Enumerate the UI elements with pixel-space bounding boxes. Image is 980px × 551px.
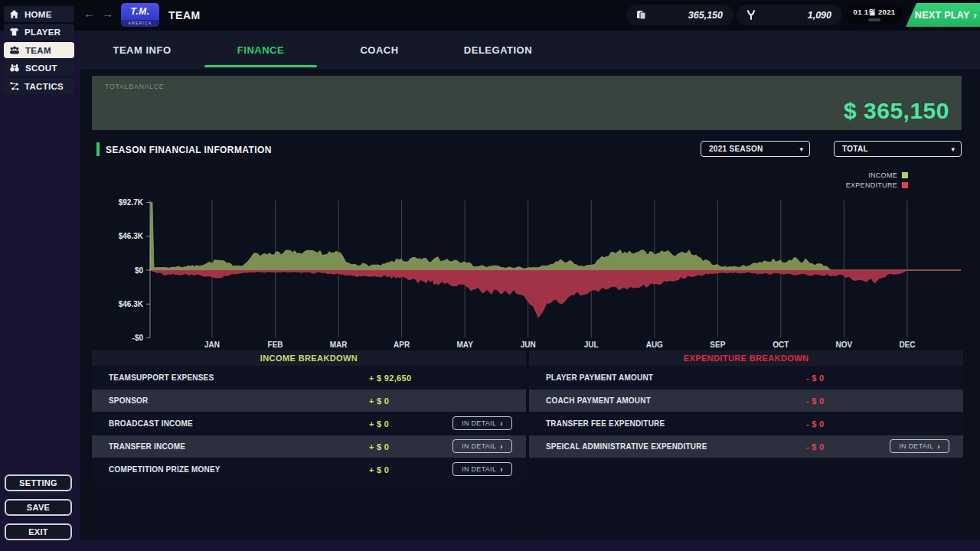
legend-item-expenditure: EXPENDITURE	[846, 181, 908, 189]
team-icon	[9, 45, 20, 55]
sidebar-item-label: TACTICS	[24, 82, 64, 91]
scout-icon	[9, 63, 20, 73]
breakdown-header: INCOME BREAKDOWN	[92, 350, 526, 366]
table-row: SPONSOR+ $ 0	[92, 390, 526, 412]
total-balance-panel: TOTALBANALCE $ 365,150	[92, 76, 962, 130]
season-dropdown[interactable]: 2021 SEASON ▾	[701, 141, 810, 157]
total-balance-value: $ 365,150	[844, 98, 949, 124]
row-label: TEAMSUPPORT EXPENSES	[92, 373, 214, 382]
table-row: PLAYER PAYMENT AMOUNT- $ 0	[529, 367, 963, 389]
sidebar-item-label: SCOUT	[25, 64, 57, 73]
in-detail-button[interactable]: IN DETAIL›	[452, 439, 512, 453]
row-value: + $ 0	[369, 396, 389, 406]
table-row: COACH PAYMENT AMOUNT- $ 0	[529, 390, 963, 412]
game-screen: ← → T.M. AMERICA TEAM 365,150 1,090 01 1…	[0, 0, 980, 551]
table-row: SPEICAL ADMINISTRATIVE EXPENDITURE- $ 0I…	[529, 435, 963, 458]
sidebar-item-label: HOME	[24, 10, 52, 19]
chevron-down-icon: ▾	[951, 145, 961, 153]
x-month-label: MAR	[330, 341, 348, 347]
row-label: COMPETITION PRIZE MONEY	[92, 465, 220, 474]
x-month-label: DEC	[899, 341, 915, 347]
money-icon	[635, 9, 647, 21]
row-value: + $ 0	[369, 442, 389, 452]
row-value: + $ 0	[369, 465, 389, 474]
date-sub-indicator	[868, 18, 880, 21]
chevron-right-icon: ›	[974, 9, 978, 21]
row-value: + $ 0	[369, 419, 389, 429]
sidebar-item-home[interactable]: HOME	[4, 6, 74, 22]
y-tick-label: $46.3K	[119, 300, 144, 308]
y-tick-label: $0	[135, 266, 144, 275]
sidebar-item-team[interactable]: TEAM	[4, 42, 74, 58]
tab-finance[interactable]: FINANCE	[201, 31, 320, 69]
sidebar-item-label: PLAYER	[24, 28, 60, 37]
victory-value: 1,090	[756, 10, 842, 21]
next-play-button[interactable]: NEXT PLAY ›	[906, 3, 980, 27]
chevron-right-icon: ›	[500, 442, 503, 451]
tactics-icon	[9, 81, 19, 91]
row-label: SPEICAL ADMINISTRATIVE EXPENDITURE	[529, 442, 707, 451]
in-detail-button[interactable]: IN DETAIL›	[452, 416, 512, 430]
in-detail-label: IN DETAIL	[462, 465, 496, 473]
in-detail-label: IN DETAIL	[462, 442, 496, 450]
chevron-down-icon: ▾	[799, 145, 809, 153]
section-title: SEASON FINANCIAL INFORMATION	[106, 145, 272, 155]
in-detail-button[interactable]: IN DETAIL›	[452, 462, 512, 476]
sidebar-item-tactics[interactable]: TACTICS	[4, 78, 74, 94]
team-logo: T.M. AMERICA	[121, 3, 159, 27]
topbar: ← → T.M. AMERICA TEAM 365,150 1,090 01 1…	[0, 0, 980, 31]
x-month-label: JUN	[521, 341, 536, 347]
row-value: + $ 92,650	[369, 373, 411, 383]
y-tick-label: -$0	[132, 334, 144, 342]
player-icon	[9, 27, 19, 37]
table-row: TRANSFER FEE EXPENDITURE- $ 0	[529, 412, 963, 435]
row-value: - $ 0	[806, 442, 825, 452]
money-stat: 365,150	[626, 5, 733, 25]
scope-dropdown[interactable]: TOTAL ▾	[834, 141, 962, 157]
back-arrow-icon[interactable]: ←	[83, 7, 95, 20]
sidebar-item-scout[interactable]: SCOUT	[4, 60, 74, 76]
x-month-label: MAY	[457, 341, 474, 347]
current-date: 01 1월 2021	[854, 8, 896, 18]
expenditure-area	[150, 270, 961, 318]
sidebar-item-label: TEAM	[25, 46, 51, 55]
in-detail-label: IN DETAIL	[462, 419, 496, 427]
legend-swatch	[902, 172, 908, 178]
y-tick-label: $92.7K	[119, 198, 144, 207]
section-accent-bar	[96, 142, 100, 156]
legend-item-income: INCOME	[868, 171, 908, 179]
total-balance-label: TOTALBANALCE	[105, 83, 164, 90]
x-month-label: APR	[394, 341, 410, 347]
breakdown-tables: INCOME BREAKDOWNTEAMSUPPORT EXPENSES+ $ …	[92, 350, 963, 538]
legend-swatch	[902, 182, 908, 188]
row-label: TRANSFER FEE EXPENDITURE	[529, 419, 665, 428]
exit-button[interactable]: EXIT	[5, 523, 72, 540]
forward-arrow-icon[interactable]: →	[102, 7, 113, 20]
row-label: TRANSFER INCOME	[92, 442, 185, 451]
row-label: SPONSOR	[92, 396, 148, 405]
tab-team-info[interactable]: TEAM INFO	[83, 31, 201, 69]
date-badge: 01 1월 2021	[846, 4, 903, 24]
in-detail-button[interactable]: IN DETAIL›	[890, 439, 949, 453]
sidebar-item-player[interactable]: PLAYER	[4, 24, 74, 40]
y-tick-label: $46.3K	[119, 232, 144, 240]
row-value: - $ 0	[806, 373, 825, 383]
save-button[interactable]: SAVE	[5, 499, 72, 516]
x-month-label: FEB	[268, 341, 283, 347]
table-row: COMPETITION PRIZE MONEY+ $ 0IN DETAIL›	[92, 458, 526, 481]
tab-bar: TEAM INFOFINANCECOACHDELEGATION	[80, 31, 980, 69]
tab-delegation[interactable]: DELEGATION	[439, 31, 557, 69]
team-logo-text: T.M.	[121, 3, 159, 20]
table-row: TRANSFER INCOME+ $ 0IN DETAIL›	[92, 435, 526, 458]
money-value: 365,150	[647, 10, 733, 21]
setting-button[interactable]: SETTING	[5, 474, 72, 491]
season-financial-section: SEASON FINANCIAL INFORMATION 2021 SEASON…	[92, 140, 962, 159]
page-title: TEAM	[168, 9, 201, 21]
x-month-label: OCT	[773, 341, 789, 347]
income-area	[150, 202, 961, 270]
x-month-label: NOV	[836, 341, 853, 347]
row-value: - $ 0	[806, 419, 825, 429]
team-logo-subtext: AMERICA	[121, 20, 159, 27]
tab-coach[interactable]: COACH	[320, 31, 439, 69]
x-month-label: SEP	[710, 341, 725, 347]
